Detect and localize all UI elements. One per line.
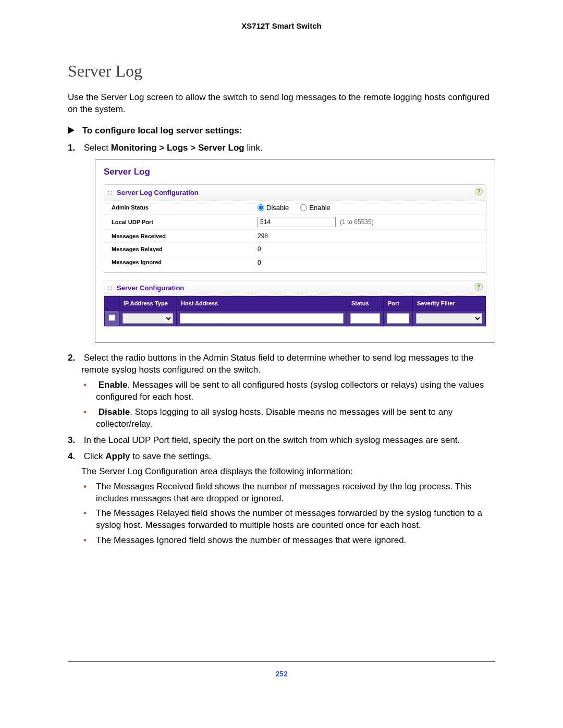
step-3: In the Local UDP Port field, specify the… [81,435,495,447]
step3-text: In the Local UDP Port field, specify the… [84,435,460,445]
doc-header: XS712T Smart Switch [68,21,495,31]
port-input[interactable] [387,313,409,324]
step2-enable-bullet: Enable. Messages will be sent to all con… [96,379,495,403]
admin-enable-option[interactable]: Enable [300,203,330,213]
msgs-ign-value: 0 [258,258,261,267]
footer-rule [68,661,495,662]
col-severity: Severity Filter [413,297,486,311]
intro-paragraph: Use the Server Log screen to allow the s… [68,92,495,116]
step1-prefix: Select [84,143,111,153]
grip-icon [107,190,113,195]
msgs-ign-label: Messages Ignored [112,258,258,266]
table-row [105,311,486,326]
step4-bold: Apply [105,451,130,461]
ui-screenshot: Server Log Server Log Configuration ? Ad… [95,159,495,343]
section-title: Server Log [68,60,495,82]
udp-hint: (1 to 65535) [340,218,374,226]
severity-select[interactable] [416,313,482,324]
help-icon[interactable]: ? [475,283,483,291]
step-1: Select Monitoring > Logs > Server Log li… [81,142,495,343]
step2-disable-bullet: Disable. Stops logging to all syslog hos… [96,406,495,430]
enable-text: . Messages will be sent to all configure… [96,380,484,402]
disable-label: Disable [266,203,289,213]
step2-text: Select the radio buttons in the Admin St… [81,353,473,375]
procedure-title-text: To configure local log server settings: [82,126,242,135]
grip-icon [107,286,113,291]
step-4: Click Apply to save the settings. The Se… [81,451,495,547]
admin-status-label: Admin Status [112,204,258,212]
msgs-rx-label: Messages Received [112,232,258,240]
ip-type-select[interactable] [123,313,173,324]
procedure-title: To configure local log server settings: [68,125,495,137]
row-checkbox[interactable] [108,314,115,321]
server-config-table: IP Address Type Host Address Status Port… [104,296,486,326]
step1-suffix: link. [244,143,263,153]
col-ip-type: IP Address Type [119,297,177,311]
server-log-config-section: Server Log Configuration ? Admin Status … [104,184,486,273]
step4-bullet-3: The Messages Ignored field shows the num… [96,535,495,547]
page-number: 252 [68,669,495,679]
step4-bullet-2: The Messages Relayed field shows the num… [96,508,495,532]
step-2: Select the radio buttons in the Admin St… [81,352,495,430]
triangle-icon [68,127,75,134]
step4-bullet-1: The Messages Received field shows the nu… [96,481,495,505]
help-icon[interactable]: ? [475,188,483,195]
udp-label: Local UDP Port [112,218,258,226]
msgs-rx-value: 298 [258,232,268,240]
server-config-section: Server Configuration ? IP Address Type H… [104,280,486,327]
msgs-relay-label: Messages Relayed [112,245,258,253]
disable-text: . Stops logging to all syslog hosts. Dis… [96,407,452,429]
sec1-title: Server Log Configuration [117,189,199,196]
sec2-title: Server Configuration [117,284,184,292]
msgs-relay-value: 0 [258,245,261,253]
col-host: Host Address [177,297,347,311]
col-status: Status [347,297,384,311]
enable-label: Enable [309,203,330,213]
step4-suffix: to save the settings. [130,451,212,461]
admin-disable-radio[interactable] [258,204,264,211]
col-port: Port [384,297,413,311]
status-input[interactable] [350,313,380,324]
step4-prefix: Click [84,451,106,461]
step1-bold: Monitoring > Logs > Server Log [111,143,244,153]
host-address-input[interactable] [180,313,344,324]
udp-port-input[interactable] [258,217,336,227]
enable-bold: Enable [99,380,128,390]
panel-title: Server Log [104,166,486,178]
disable-bold: Disable [99,407,130,417]
step4-after: The Server Log Configuration area displa… [81,466,495,478]
admin-enable-radio[interactable] [300,204,307,211]
admin-disable-option[interactable]: Disable [258,203,289,213]
